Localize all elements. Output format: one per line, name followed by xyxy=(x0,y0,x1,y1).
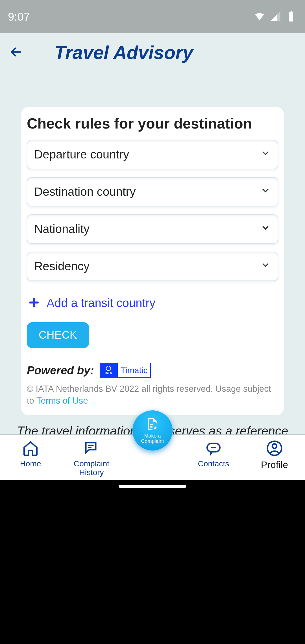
chevron-down-icon xyxy=(260,185,271,199)
copyright-text: © IATA Netherlands BV 2022 all rights re… xyxy=(27,383,278,407)
home-pill[interactable] xyxy=(119,485,186,488)
residency-select[interactable]: Residency xyxy=(27,252,278,281)
tab-complaint-history[interactable]: Complaint History xyxy=(67,440,116,477)
timatic-label: Timatic xyxy=(117,363,151,378)
page-title: Travel Advisory xyxy=(54,42,193,63)
status-left: 9:07 xyxy=(8,10,42,23)
destination-country-select[interactable]: Destination country xyxy=(27,177,278,206)
user-circle-icon xyxy=(265,440,284,458)
timatic-logo: IATA Timatic xyxy=(100,363,151,378)
chevron-down-icon xyxy=(260,260,271,273)
tab-label: Contacts xyxy=(198,460,229,468)
chat-lines-icon xyxy=(82,440,101,458)
system-nav-bar xyxy=(0,480,305,493)
residency-label: Residency xyxy=(34,260,90,273)
plus-icon xyxy=(28,297,40,310)
add-transit-label: Add a transit country xyxy=(47,296,155,310)
wifi-icon xyxy=(254,10,265,23)
status-bar: 9:07 xyxy=(0,0,305,33)
check-button[interactable]: CHECK xyxy=(27,322,89,348)
fab-label: Make a Complaint xyxy=(132,433,173,444)
bottom-tab-bar: Make a Complaint Home Complaint History … xyxy=(0,434,305,480)
message-icon xyxy=(204,440,223,458)
iata-logo-icon: IATA xyxy=(100,363,117,378)
status-right xyxy=(254,10,297,23)
tab-home[interactable]: Home xyxy=(6,440,55,468)
status-time: 9:07 xyxy=(8,10,30,23)
make-complaint-fab[interactable]: Make a Complaint xyxy=(132,410,173,451)
app-header: Travel Advisory xyxy=(0,33,305,63)
tab-label: Home xyxy=(20,460,41,468)
nationality-select[interactable]: Nationality xyxy=(27,214,278,244)
tab-profile[interactable]: Profile xyxy=(250,440,299,470)
add-transit-country-button[interactable]: Add a transit country xyxy=(27,289,278,317)
rules-card: Check rules for your destination Departu… xyxy=(21,107,284,415)
tab-label: Profile xyxy=(261,460,288,470)
powered-by-label: Powered by: xyxy=(27,364,94,377)
chevron-down-icon xyxy=(260,222,271,236)
svg-point-2 xyxy=(272,444,277,449)
tab-label: Complaint History xyxy=(67,460,116,477)
powered-by-row: Powered by: IATA Timatic xyxy=(27,363,278,378)
destination-label: Destination country xyxy=(34,185,136,199)
chevron-down-icon xyxy=(260,148,271,161)
signal-icon xyxy=(269,10,281,23)
tab-contacts[interactable]: Contacts xyxy=(189,440,238,468)
battery-icon xyxy=(285,10,297,23)
card-title: Check rules for your destination xyxy=(27,115,278,132)
departure-country-select[interactable]: Departure country xyxy=(27,140,278,169)
nationality-label: Nationality xyxy=(34,222,90,236)
home-icon xyxy=(21,440,40,458)
terms-of-use-link[interactable]: Terms of Use xyxy=(36,396,88,406)
back-arrow-icon[interactable] xyxy=(8,45,23,60)
departure-label: Departure country xyxy=(34,148,129,161)
document-edit-icon xyxy=(145,417,160,432)
iata-label: IATA xyxy=(105,371,112,375)
app-screen: Travel Advisory Check rules for your des… xyxy=(0,33,305,434)
